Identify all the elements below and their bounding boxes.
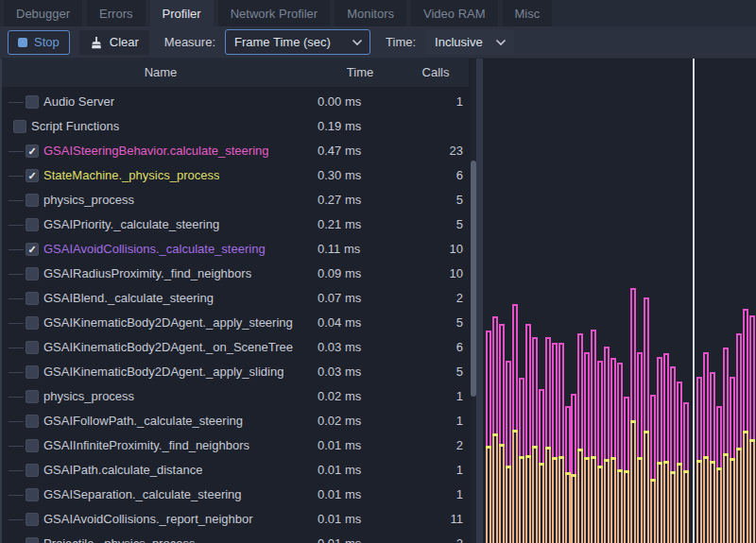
measure-dropdown[interactable]: Frame Time (sec) [225,29,370,55]
table-row[interactable]: GSAIKinematicBody2DAgent._on_SceneTree0.… [0,335,469,360]
graph-line-salmon [703,459,705,543]
row-checkbox[interactable] [26,194,39,207]
row-function-name: GSAIFollowPath._calculate_steering [43,409,243,433]
graph-line-salmon [597,468,599,543]
panel-splitter[interactable] [476,59,483,543]
table-row[interactable]: physics_process0.27 ms5 [0,188,469,212]
tab-label: Profiler [163,7,201,21]
graph-bar-pink [703,352,709,456]
table-row[interactable]: GSAIRadiusProximity._find_neighbors0.09 … [0,262,469,286]
frame-time-graph[interactable] [483,59,756,543]
graph-line-salmon [723,456,725,543]
table-row[interactable]: ✓GSAIAvoidCollisions._calculate_steering… [0,237,469,262]
table-row[interactable]: GSAIKinematicBody2DAgent._apply_sliding0… [0,360,469,384]
tab-video-ram[interactable]: Video RAM [411,0,498,26]
graph-bar-pink [650,395,656,479]
row-checkbox[interactable] [26,513,39,526]
row-checkbox[interactable] [26,267,39,280]
row-checkbox[interactable] [26,464,39,477]
graph-line-salmon [539,466,541,543]
graph-bar-pink [710,372,715,461]
table-row[interactable]: ✓StateMachine._physics_process0.30 ms6 [0,163,469,188]
table-row[interactable]: Script Functions0.19 ms [0,114,469,139]
table-row[interactable]: ✓GSAISteeringBehavior.calculate_steering… [0,139,469,163]
table-row[interactable]: GSAISeparation._calculate_steering0.01 m… [0,483,469,507]
row-checkbox[interactable] [26,415,39,428]
graph-bar-pink [683,402,689,470]
table-row[interactable]: Projectile._physics_process0.01 ms2 [0,532,469,543]
tab-network-profiler[interactable]: Network Profiler [218,0,330,26]
row-function-name: GSAISteeringBehavior.calculate_steering [43,139,268,163]
checkmark-icon: ✓ [26,169,39,182]
graph-line-salmon [700,463,702,543]
row-time-value: 0.04 ms [318,311,361,335]
tab-errors[interactable]: Errors [87,0,145,26]
tree-branch-line [9,200,24,201]
row-checkbox[interactable] [26,292,39,305]
row-time-value: 0.30 ms [318,163,361,188]
row-function-name: GSAIKinematicBody2DAgent._on_SceneTree [43,335,293,360]
graph-bar-pink [492,316,498,433]
graph-bar-pink [558,343,564,456]
table-row[interactable]: GSAIInfiniteProximity._find_neighbors0.0… [0,433,469,458]
table-row[interactable]: GSAIKinematicBody2DAgent._apply_steering… [0,311,469,335]
row-checkbox-checked[interactable]: ✓ [26,144,39,158]
row-checkbox[interactable] [26,95,39,109]
table-row[interactable]: physics_process0.02 ms1 [0,384,469,409]
stop-button[interactable]: Stop [8,30,70,55]
row-checkbox[interactable] [26,316,39,330]
graph-line-salmon [657,465,659,543]
row-time-value: 0.09 ms [318,262,361,286]
clear-button[interactable]: Clear [79,30,149,55]
graph-bar-pink [506,361,511,466]
row-function-name: GSAIRadiusProximity._find_neighbors [43,262,251,286]
row-checkbox[interactable] [26,341,39,354]
graph-bar-pink [584,352,590,457]
row-checkbox[interactable] [26,488,39,501]
column-header-name[interactable]: Name [2,59,319,87]
graph-line-salmon [654,482,656,543]
frame-cursor-line[interactable] [693,59,695,543]
graph-bar-pink [644,297,649,431]
row-checkbox-checked[interactable]: ✓ [26,243,39,256]
graph-bar-pink [630,288,636,420]
table-row[interactable]: GSAIPriority._calculate_steering0.21 ms5 [0,212,469,237]
tab-profiler[interactable]: Profiler [150,0,214,26]
graph-line-salmon [604,462,606,543]
table-row[interactable]: GSAIBlend._calculate_steering0.07 ms2 [0,286,469,311]
graph-line-salmon [588,460,590,543]
graph-line-salmon [637,460,639,543]
row-function-name: StateMachine._physics_process [43,163,219,188]
row-function-name: GSAIPath.calculate_distance [43,458,202,483]
tree-branch-line [9,348,24,348]
table-row[interactable]: GSAIFollowPath._calculate_steering0.02 m… [0,409,469,433]
tab-misc[interactable]: Misc [503,0,553,26]
column-header-time[interactable]: Time [319,59,401,87]
graph-line-salmon [558,459,560,543]
tab-debugger[interactable]: Debugger [4,0,82,26]
row-checkbox[interactable] [26,439,39,452]
row-checkbox[interactable] [26,365,39,379]
measure-dropdown-value: Frame Time (sec) [234,35,331,49]
row-checkbox-checked[interactable]: ✓ [26,169,39,182]
graph-bar-pink [657,357,662,462]
table-row[interactable]: Audio Server0.00 ms1 [0,90,469,114]
graph-bar-pink [591,330,596,456]
graph-bar-pink [486,331,491,446]
column-header-calls[interactable]: Calls [399,59,472,87]
tab-monitors[interactable]: Monitors [335,0,406,26]
graph-line-salmon [753,442,755,543]
row-time-value: 0.27 ms [318,188,361,212]
row-checkbox[interactable] [26,390,39,403]
graph-bar-pink [624,397,629,470]
graph-line-salmon [523,459,524,543]
row-function-name: GSAIInfiniteProximity._find_neighbors [43,433,249,458]
graph-bar-pink [743,309,748,431]
table-row[interactable]: GSAIPath.calculate_distance0.01 ms1 [0,458,469,483]
time-dropdown[interactable]: Inclusive [425,29,514,55]
row-checkbox[interactable] [26,218,39,231]
row-checkbox[interactable] [13,120,26,133]
table-row[interactable]: GSAIAvoidCollisions._report_neighbor0.01… [0,507,469,532]
row-calls-value: 10 [378,262,463,286]
row-checkbox[interactable] [26,537,39,543]
